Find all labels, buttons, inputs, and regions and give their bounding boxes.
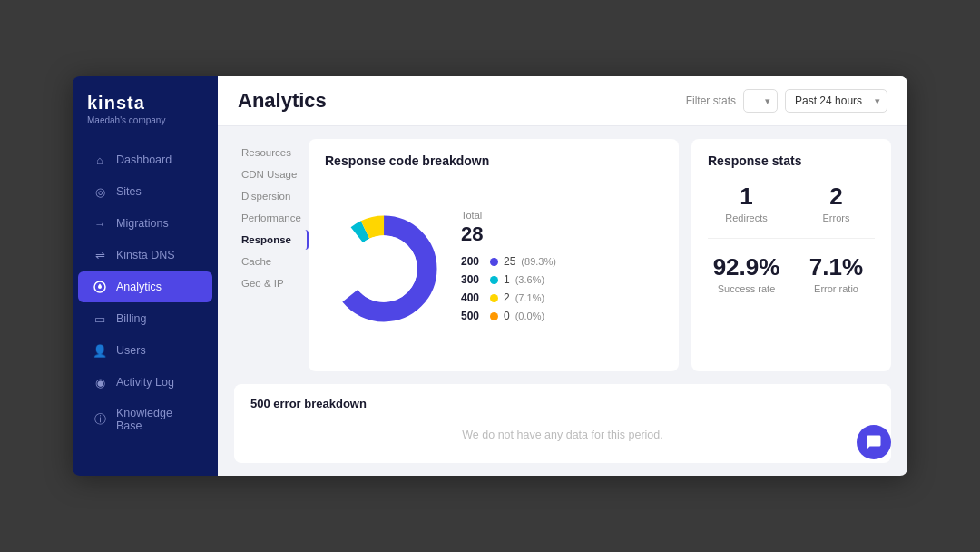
legend-row-400: 400 2 (7.1%) bbox=[461, 291, 662, 304]
legend-code-200: 200 bbox=[461, 255, 485, 268]
legend-code-500: 500 bbox=[461, 310, 485, 322]
sidebar-item-label: Sites bbox=[116, 185, 142, 198]
sidebar-item-billing[interactable]: ▭ Billing bbox=[78, 303, 212, 334]
legend-count-200: 25 bbox=[504, 255, 515, 268]
donut-chart bbox=[325, 210, 443, 328]
stat-value-redirects: 1 bbox=[708, 182, 785, 211]
error-breakdown-title: 500 error breakdown bbox=[250, 397, 875, 410]
legend-dot-400 bbox=[490, 294, 498, 302]
legend-count-300: 1 bbox=[504, 273, 510, 286]
time-range-select[interactable]: Past 24 hours bbox=[785, 89, 887, 113]
sidebar-item-activity-log[interactable]: ◉ Activity Log bbox=[78, 367, 212, 398]
filter-select-wrapper bbox=[743, 89, 778, 113]
sidebar-item-knowledge-base[interactable]: ⓘ Knowledge Base bbox=[78, 399, 212, 440]
sub-nav: Resources CDN Usage Dispersion Performan… bbox=[234, 139, 309, 371]
sidebar-item-users[interactable]: 👤 Users bbox=[78, 335, 212, 366]
sidebar-item-analytics[interactable]: Analytics bbox=[78, 271, 212, 302]
chat-bubble[interactable] bbox=[857, 425, 891, 459]
subnav-geo-ip[interactable]: Geo & IP bbox=[234, 273, 309, 293]
sidebar-nav: ⌂ Dashboard ◎ Sites → Migrations ⇌ Kinst… bbox=[73, 143, 218, 476]
dns-icon: ⇌ bbox=[93, 248, 107, 262]
donut-svg bbox=[325, 210, 443, 328]
sidebar-item-label: Kinsta DNS bbox=[116, 249, 175, 261]
filter-select[interactable] bbox=[743, 89, 778, 113]
total-value: 28 bbox=[461, 222, 662, 246]
content-area: Resources CDN Usage Dispersion Performan… bbox=[218, 126, 907, 384]
main-content: Analytics Filter stats Past 24 hours bbox=[218, 76, 907, 476]
sites-icon: ◎ bbox=[93, 184, 107, 199]
sidebar-item-label: Dashboard bbox=[116, 153, 172, 166]
legend-dot-500 bbox=[490, 312, 498, 320]
stat-errors: 2 Errors bbox=[798, 182, 875, 223]
stats-grid: 1 Redirects 2 Errors 92.9% Success rate bbox=[708, 182, 875, 294]
sidebar-item-label: Billing bbox=[116, 312, 146, 325]
legend-pct-400: (7.1%) bbox=[515, 292, 544, 303]
bottom-section: 500 error breakdown We do not have any d… bbox=[218, 384, 907, 476]
brand-company: Maedah's company bbox=[87, 115, 203, 125]
migrations-icon: → bbox=[93, 216, 107, 231]
chart-title: Response code breakdown bbox=[325, 153, 662, 168]
legend-row-200: 200 25 (89.3%) bbox=[461, 255, 662, 268]
legend-pct-200: (89.3%) bbox=[521, 256, 556, 267]
chart-body: Total 28 200 25 (89.3%) 300 bbox=[325, 181, 662, 357]
stats-card: Response stats 1 Redirects 2 Errors 92.9… bbox=[691, 139, 891, 371]
sidebar-item-label: Activity Log bbox=[116, 376, 174, 389]
stat-label-success: Success rate bbox=[708, 283, 785, 294]
legend-row-300: 300 1 (3.6%) bbox=[461, 273, 662, 286]
filter-area: Filter stats Past 24 hours bbox=[686, 89, 887, 113]
time-range-wrapper: Past 24 hours bbox=[785, 89, 887, 113]
legend-code-300: 300 bbox=[461, 273, 485, 286]
subnav-response[interactable]: Response bbox=[234, 230, 309, 250]
brand: kinsta Maedah's company bbox=[73, 76, 218, 134]
stat-label-redirects: Redirects bbox=[708, 212, 785, 223]
sidebar: kinsta Maedah's company ⌂ Dashboard ◎ Si… bbox=[73, 76, 218, 476]
stats-title: Response stats bbox=[708, 153, 875, 168]
subnav-cdn-usage[interactable]: CDN Usage bbox=[234, 164, 309, 184]
legend-dot-200 bbox=[490, 258, 498, 266]
main-wrapper: Analytics Filter stats Past 24 hours bbox=[218, 76, 907, 476]
page-title: Analytics bbox=[238, 89, 686, 113]
stat-divider bbox=[708, 238, 875, 239]
subnav-resources[interactable]: Resources bbox=[234, 143, 309, 163]
sidebar-item-sites[interactable]: ◎ Sites bbox=[78, 176, 212, 207]
brand-logo: kinsta bbox=[87, 93, 203, 113]
sidebar-item-label: Migrations bbox=[116, 217, 169, 230]
stat-label-errors: Errors bbox=[798, 212, 875, 223]
subnav-cache[interactable]: Cache bbox=[234, 251, 309, 271]
subnav-performance[interactable]: Performance bbox=[234, 208, 309, 228]
sidebar-item-kinsta-dns[interactable]: ⇌ Kinsta DNS bbox=[78, 240, 212, 271]
total-label: Total bbox=[461, 210, 662, 221]
legend-code-400: 400 bbox=[461, 291, 485, 304]
legend-count-400: 2 bbox=[504, 291, 510, 304]
sidebar-item-label: Analytics bbox=[116, 281, 162, 293]
sidebar-item-migrations[interactable]: → Migrations bbox=[78, 208, 212, 239]
analytics-icon bbox=[93, 280, 107, 294]
dashboard-icon: ⌂ bbox=[93, 153, 107, 167]
left-panel: Resources CDN Usage Dispersion Performan… bbox=[234, 139, 679, 371]
chart-card: Response code breakdown bbox=[309, 139, 679, 371]
legend: Total 28 200 25 (89.3%) 300 bbox=[461, 210, 662, 328]
stat-value-errors: 2 bbox=[798, 182, 875, 211]
legend-row-500: 500 0 (0.0%) bbox=[461, 310, 662, 322]
subnav-dispersion[interactable]: Dispersion bbox=[234, 186, 309, 206]
error-breakdown-card: 500 error breakdown We do not have any d… bbox=[234, 384, 891, 463]
top-bar: Analytics Filter stats Past 24 hours bbox=[218, 76, 907, 126]
stat-value-success: 92.9% bbox=[708, 253, 785, 281]
activity-icon: ◉ bbox=[93, 375, 107, 389]
stat-error-ratio: 7.1% Error ratio bbox=[798, 253, 875, 294]
stat-success-rate: 92.9% Success rate bbox=[708, 253, 785, 294]
svg-point-4 bbox=[350, 235, 417, 302]
legend-pct-300: (3.6%) bbox=[515, 274, 544, 285]
users-icon: 👤 bbox=[93, 343, 107, 358]
stat-redirects: 1 Redirects bbox=[708, 182, 785, 223]
billing-icon: ▭ bbox=[93, 311, 107, 326]
legend-dot-300 bbox=[490, 276, 498, 284]
stat-value-error-ratio: 7.1% bbox=[798, 253, 875, 281]
sidebar-item-dashboard[interactable]: ⌂ Dashboard bbox=[78, 144, 212, 175]
knowledge-icon: ⓘ bbox=[93, 412, 107, 427]
sidebar-item-label: Users bbox=[116, 344, 146, 357]
legend-count-500: 0 bbox=[504, 310, 510, 322]
legend-pct-500: (0.0%) bbox=[515, 310, 544, 321]
filter-label: Filter stats bbox=[686, 94, 736, 107]
stat-label-error-ratio: Error ratio bbox=[798, 283, 875, 294]
